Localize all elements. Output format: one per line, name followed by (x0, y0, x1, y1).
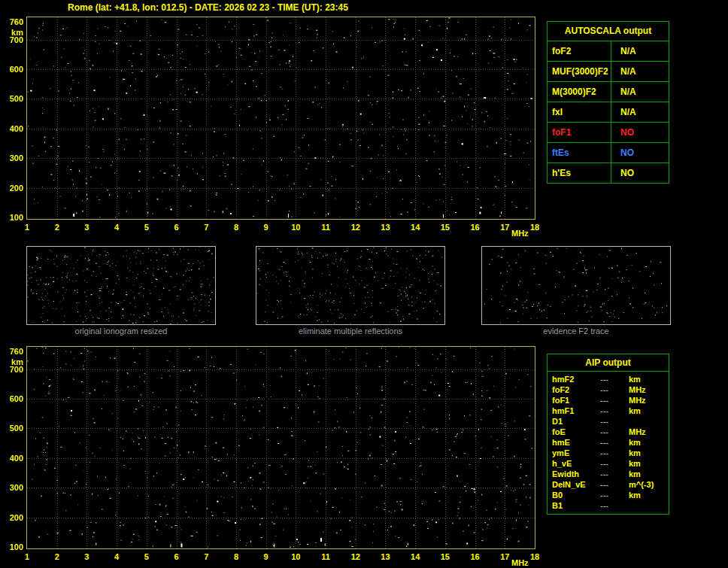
autoscala-param-name: M(3000)F2 (548, 82, 611, 102)
y-tick-label-300: 300 (0, 153, 23, 163)
aip-param-value: --- (600, 427, 629, 437)
y-tick-label-100: 100 (0, 542, 23, 551)
aip-param-unit: km (629, 490, 669, 500)
aip-param-unit: km (629, 405, 669, 416)
x-tick-label-10: 10 (287, 223, 304, 232)
ionogram-canvas-top (27, 17, 535, 219)
aip-table-rows: hmF2---kmfoF2---MHzfoF1---MHzhmF1---kmD1… (548, 372, 669, 514)
autoscala-param-name: ftEs (548, 143, 611, 163)
x-tick-label-6: 6 (168, 552, 185, 561)
x-tick-label-15: 15 (437, 552, 453, 561)
evidence-f2-trace-canvas (482, 247, 670, 324)
x-tick-label-5: 5 (138, 552, 155, 561)
aip-row-0: hmF2---km (548, 374, 669, 384)
x-tick-label-17: 17 (496, 552, 513, 561)
x-tick-label-16: 16 (467, 552, 484, 561)
y-tick-label-760: 760 (0, 17, 23, 26)
x-tick-label-3: 3 (78, 552, 95, 561)
y-axis-unit: km (0, 28, 23, 37)
aip-row-4: D1--- (548, 416, 669, 427)
y-tick-label-400: 400 (0, 124, 23, 133)
autoscala-param-name: foF2 (548, 41, 611, 61)
autoscala-param-value: N/A (611, 41, 669, 61)
autoscala-row-3: fxIN/A (548, 102, 669, 123)
ionogram-frame-top (26, 17, 535, 220)
x-tick-label-4: 4 (108, 552, 125, 561)
y-tick-label-200: 200 (0, 513, 23, 522)
aip-row-8: h_vE---km (548, 458, 669, 469)
panel-original-ionogram (26, 246, 216, 325)
autoscala-row-2: M(3000)F2N/A (548, 82, 669, 102)
y-axis-unit: km (0, 357, 23, 366)
aip-param-name: hmF1 (548, 405, 600, 416)
autoscala-param-name: fxI (548, 102, 611, 122)
autoscala-row-6: h'EsNO (548, 163, 669, 183)
aip-param-value: --- (600, 437, 629, 448)
aip-output-table: AIP output hmF2---kmfoF2---MHzfoF1---MHz… (547, 354, 669, 515)
x-tick-label-5: 5 (138, 223, 155, 232)
aip-param-name: ymE (548, 448, 600, 458)
aip-param-name: D1 (548, 416, 600, 427)
autoscala-row-1: MUF(3000)F2N/A (548, 62, 669, 82)
aip-param-unit (629, 500, 669, 511)
aip-row-9: Ewidth---km (548, 469, 669, 479)
aip-row-2: foF1---MHz (548, 395, 669, 405)
aip-param-name: B1 (548, 500, 600, 511)
aip-param-name: h_vE (548, 458, 600, 469)
station-datetime-title: Rome (lat: +41.8, lon: 012.5) - DATE: 20… (68, 2, 348, 13)
aip-param-name: B0 (548, 490, 600, 500)
aip-param-value: --- (600, 416, 629, 427)
aip-row-7: ymE---km (548, 448, 669, 458)
aip-row-6: hmE---km (548, 437, 669, 448)
x-axis-unit: MHz (511, 229, 529, 238)
autoscala-param-name: foF1 (548, 123, 611, 142)
ionogram-frame-bottom (26, 346, 535, 549)
aip-table-title: AIP output (548, 354, 669, 372)
caption-eliminate-reflections: eliminate multiple reflections (256, 327, 445, 336)
x-tick-label-16: 16 (467, 223, 484, 232)
x-tick-label-8: 8 (228, 552, 244, 561)
autoscala-param-name: h'Es (548, 163, 611, 183)
aip-param-value: --- (600, 395, 629, 405)
aip-param-value: --- (600, 479, 629, 490)
x-tick-label-3: 3 (78, 223, 95, 232)
autoscala-param-value: NO (611, 143, 669, 163)
aip-param-name: hmF2 (548, 374, 600, 384)
x-tick-label-18: 18 (526, 223, 543, 232)
autoscala-param-value: NO (611, 163, 669, 183)
aip-param-unit: MHz (629, 427, 669, 437)
autoscala-output-table: AUTOSCALA output foF2N/AMUF(3000)F2N/AM(… (547, 21, 669, 184)
aip-param-unit: MHz (629, 384, 669, 395)
autoscala-window: Rome (lat: +41.8, lon: 012.5) - DATE: 20… (0, 0, 728, 568)
autoscala-row-4: foF1NO (548, 123, 669, 143)
x-tick-label-17: 17 (496, 223, 513, 232)
aip-param-value: --- (600, 384, 629, 395)
aip-param-value: --- (600, 405, 629, 416)
aip-param-unit: km (629, 374, 669, 384)
aip-param-unit: m^(-3) (629, 479, 669, 490)
aip-param-name: foF1 (548, 395, 600, 405)
x-tick-label-9: 9 (258, 552, 275, 561)
aip-row-10: DelN_vE---m^(-3) (548, 479, 669, 490)
ionogram-canvas-bottom (27, 347, 535, 548)
x-tick-label-6: 6 (168, 223, 185, 232)
aip-param-value: --- (600, 374, 629, 384)
aip-param-value: --- (600, 500, 629, 511)
x-tick-label-11: 11 (317, 552, 334, 561)
autoscala-row-5: ftEsNO (548, 143, 669, 163)
x-tick-label-1: 1 (19, 552, 35, 561)
autoscala-param-value: N/A (611, 82, 669, 102)
autoscala-row-0: foF2N/A (548, 41, 669, 62)
x-tick-label-9: 9 (258, 223, 275, 232)
x-tick-label-18: 18 (526, 552, 543, 561)
x-tick-label-7: 7 (198, 552, 214, 561)
aip-param-unit: km (629, 448, 669, 458)
aip-param-name: foE (548, 427, 600, 437)
x-tick-label-1: 1 (19, 223, 35, 232)
caption-evidence-f2-trace: evidence F2 trace (481, 327, 671, 336)
autoscala-param-value: NO (611, 123, 669, 142)
autoscala-param-value: N/A (611, 62, 669, 81)
autoscala-param-value: N/A (611, 102, 669, 122)
aip-param-unit: km (629, 458, 669, 469)
x-tick-label-14: 14 (407, 552, 423, 561)
